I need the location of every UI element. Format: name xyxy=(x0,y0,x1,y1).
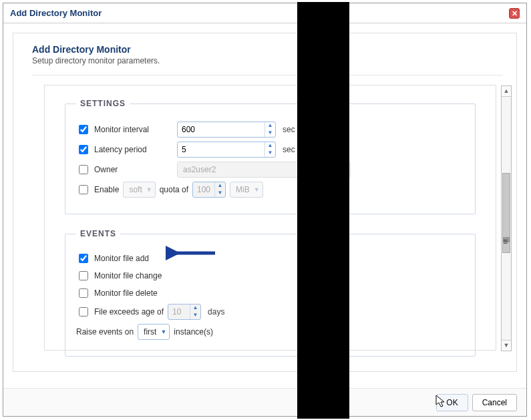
scroll-down-icon[interactable]: ▼ xyxy=(502,340,511,351)
scroll-marker: ≡ xyxy=(503,237,510,242)
owner-label: Owner xyxy=(94,165,173,174)
monitor-interval-input[interactable]: ▲▼ xyxy=(177,122,276,138)
file-age-spinner[interactable]: ▲▼ xyxy=(190,304,200,319)
dialog-footer: OK Cancel xyxy=(3,388,526,416)
latency-period-checkbox[interactable] xyxy=(79,145,88,154)
divider xyxy=(32,75,503,75)
chevron-down-icon: ▼ xyxy=(146,186,152,193)
chevron-down-icon: ▼ xyxy=(160,329,166,335)
chevron-down-icon[interactable]: ▼ xyxy=(265,130,275,137)
dialog-title: Add Directory Monitor xyxy=(10,8,102,18)
dialog-body: Add Directory Monitor Setup directory mo… xyxy=(3,23,526,381)
latency-period-field[interactable] xyxy=(178,142,264,157)
settings-fieldset: SETTINGS Monitor interval ▲▼ sec Latency… xyxy=(65,99,476,214)
raise-events-suffix: instance(s) xyxy=(174,327,213,337)
owner-value: as2user2 xyxy=(183,165,216,174)
chevron-up-icon[interactable]: ▲ xyxy=(215,182,225,190)
monitor-interval-spinner[interactable]: ▲▼ xyxy=(264,122,275,137)
chevron-down-icon[interactable]: ▼ xyxy=(265,150,275,157)
close-icon[interactable]: ✕ xyxy=(509,8,520,19)
file-age-input[interactable]: ▲▼ xyxy=(168,304,201,320)
quota-mode-value: soft xyxy=(129,185,142,194)
vertical-scrollbar[interactable]: ▲ ≡ ▼ xyxy=(501,85,512,351)
file-age-unit: days xyxy=(205,307,224,317)
raise-events-label: Raise events on xyxy=(76,327,134,337)
ok-button[interactable]: OK xyxy=(436,394,468,411)
quota-mode-select[interactable]: soft ▼ xyxy=(123,182,155,198)
monitor-interval-unit: sec xyxy=(280,125,295,134)
file-delete-row: Monitor file delete xyxy=(76,286,464,300)
scroll-area: SETTINGS Monitor interval ▲▼ sec Latency… xyxy=(44,85,496,351)
chevron-down-icon[interactable]: ▼ xyxy=(215,190,225,197)
file-add-row: Monitor file add xyxy=(76,252,464,265)
dialog-window: Add Directory Monitor ✕ Add Directory Mo… xyxy=(3,3,527,417)
monitor-interval-row: Monitor interval ▲▼ sec xyxy=(76,122,464,138)
raise-events-row: Raise events on first ▼ instance(s) xyxy=(76,324,464,340)
latency-period-unit: sec xyxy=(280,145,295,154)
owner-checkbox[interactable] xyxy=(79,165,88,174)
chevron-up-icon[interactable]: ▲ xyxy=(265,142,275,150)
quota-spinner[interactable]: ▲▼ xyxy=(214,182,225,197)
owner-row: Owner as2user2 xyxy=(76,162,464,178)
enable-quota-row: Enable soft ▼ quota of ▲▼ MiB ▼ xyxy=(76,182,464,198)
dialog-header: Add Directory Monitor ✕ xyxy=(3,3,526,23)
panel-subtitle: Setup directory monitor parameters. xyxy=(32,56,503,65)
file-change-checkbox[interactable] xyxy=(79,271,88,280)
monitor-interval-field[interactable] xyxy=(178,122,264,137)
events-fieldset: EVENTS Monitor file add Monitor file cha… xyxy=(65,229,476,357)
file-change-row: Monitor file change xyxy=(76,269,464,282)
latency-period-input[interactable]: ▲▼ xyxy=(177,142,276,158)
quota-unit-value: MiB xyxy=(236,185,250,194)
latency-period-row: Latency period ▲▼ sec xyxy=(76,142,464,158)
quota-unit-select[interactable]: MiB ▼ xyxy=(230,182,263,198)
file-age-label: File exceeds age of xyxy=(94,307,164,317)
file-add-checkbox[interactable] xyxy=(79,254,88,263)
arrow-annotation-icon xyxy=(166,245,219,261)
settings-legend: SETTINGS xyxy=(76,99,130,108)
events-legend: EVENTS xyxy=(76,229,120,238)
scroll-up-icon[interactable]: ▲ xyxy=(502,86,511,97)
latency-period-spinner[interactable]: ▲▼ xyxy=(264,142,275,157)
quota-of-label: quota of xyxy=(160,185,188,194)
raise-events-select[interactable]: first ▼ xyxy=(138,324,170,340)
panel-title: Add Directory Monitor xyxy=(32,44,503,55)
chevron-up-icon[interactable]: ▲ xyxy=(265,122,275,130)
latency-period-label: Latency period xyxy=(94,145,173,154)
raise-events-value: first xyxy=(144,327,156,337)
chevron-down-icon: ▼ xyxy=(254,186,260,193)
owner-field[interactable]: as2user2 xyxy=(177,162,351,178)
cancel-button[interactable]: Cancel xyxy=(472,394,517,411)
enable-checkbox[interactable] xyxy=(79,185,88,194)
file-add-label: Monitor file add xyxy=(94,254,149,263)
file-age-row: File exceeds age of ▲▼ days xyxy=(76,304,464,320)
monitor-interval-label: Monitor interval xyxy=(94,125,173,134)
chevron-down-icon[interactable]: ▼ xyxy=(190,312,200,319)
quota-value-field[interactable] xyxy=(193,182,214,197)
enable-label: Enable xyxy=(94,185,119,194)
file-change-label: Monitor file change xyxy=(94,271,162,280)
file-delete-label: Monitor file delete xyxy=(94,288,158,298)
file-age-checkbox[interactable] xyxy=(79,307,88,317)
file-delete-checkbox[interactable] xyxy=(79,288,88,298)
content-panel: Add Directory Monitor Setup directory mo… xyxy=(13,33,517,372)
chevron-up-icon[interactable]: ▲ xyxy=(190,304,200,312)
quota-value-input[interactable]: ▲▼ xyxy=(192,182,226,198)
file-age-field[interactable] xyxy=(168,304,190,319)
monitor-interval-checkbox[interactable] xyxy=(79,125,88,134)
